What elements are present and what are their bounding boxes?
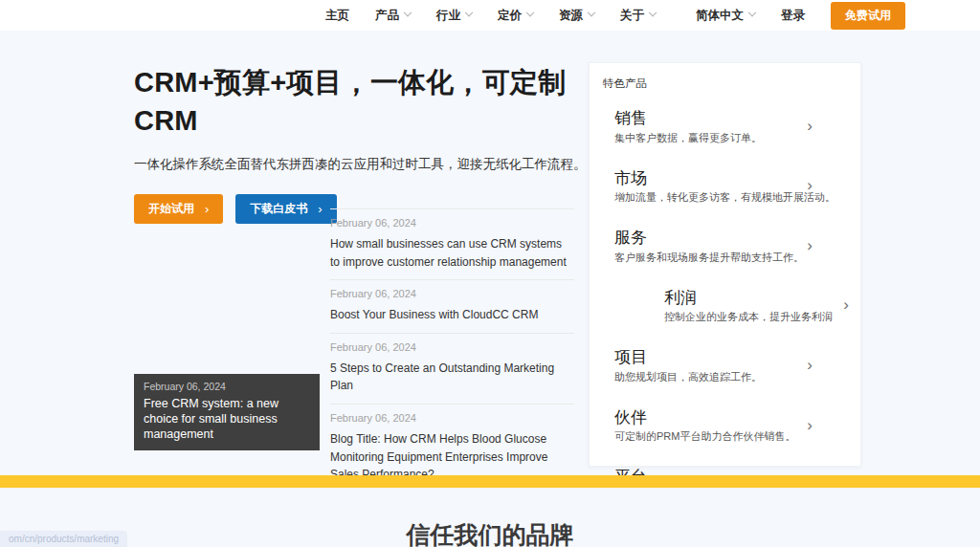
chevron-right-icon: › <box>807 237 813 253</box>
news-date: February 06, 2024 <box>330 217 574 229</box>
product-item-partner[interactable]: 伙伴 可定制的PRM平台助力合作伙伴销售。 › <box>614 403 847 450</box>
hero-section: CRM+预算+项目，一体化，可定制 CRM 一体化操作系统全面替代东拼西凑的云应… <box>0 31 980 475</box>
nav-item-pricing[interactable]: 定价 <box>498 8 533 24</box>
featured-article-date: February 06, 2024 <box>144 381 310 392</box>
chevron-down-icon <box>649 9 657 16</box>
news-item[interactable]: February 06, 2024 5 Steps to Create an O… <box>330 334 574 405</box>
status-url-tooltip: om/cn/products/marketing <box>0 531 127 547</box>
product-item-sales[interactable]: 销售 集中客户数据，赢得更多订单。 › <box>614 103 847 151</box>
product-description: 助您规划项目，高效追踪工作。 <box>614 370 786 384</box>
product-description: 客户服务和现场服务提升帮助支持工作。 <box>614 251 786 265</box>
news-item[interactable]: February 06, 2024 How small businesses c… <box>330 208 574 280</box>
chevron-right-icon: › <box>843 297 849 314</box>
product-description: 集中客户数据，赢得更多订单。 <box>614 131 786 145</box>
product-title: 利润 <box>664 289 786 308</box>
nav-item-home[interactable]: 主页 <box>325 8 349 24</box>
featured-products-label: 特色产品 <box>603 77 847 91</box>
free-trial-button[interactable]: 免费试用 <box>831 2 905 30</box>
featured-products-card: 特色产品 销售 集中客户数据，赢得更多订单。 › 市场 增加流量，转化更多访客，… <box>589 62 861 467</box>
featured-article-card[interactable]: February 06, 2024 Free CRM system: a new… <box>134 374 320 450</box>
nav-item-resources[interactable]: 资源 <box>559 8 594 24</box>
news-title: Boost Your Business with CloudCC CRM <box>330 306 574 324</box>
hero-subtitle: 一体化操作系统全面替代东拼西凑的云应用和过时工具，迎接无纸化工作流程。 <box>134 156 605 173</box>
arrow-right-icon: › <box>205 203 209 215</box>
nav-item-industries[interactable]: 行业 <box>436 8 472 24</box>
product-item-project[interactable]: 项目 助您规划项目，高效追踪工作。 › <box>614 342 847 390</box>
nav-item-label: 产品 <box>375 8 399 24</box>
chevron-down-icon <box>404 9 412 16</box>
download-whitepaper-label: 下载白皮书 <box>250 201 307 217</box>
nav-item-products[interactable]: 产品 <box>375 8 411 24</box>
nav-item-label: 定价 <box>498 8 522 24</box>
product-description: 可定制的PRM平台助力合作伙伴销售。 <box>614 429 786 444</box>
main-menu: 主页 产品 行业 定价 资源 关于 <box>325 8 656 24</box>
product-item-marketing[interactable]: 市场 增加流量，转化更多访客，有规模地开展活动。 › <box>614 164 847 211</box>
product-title: 伙伴 <box>614 408 786 427</box>
product-title: 项目 <box>614 348 786 367</box>
chevron-right-icon: › <box>807 357 813 373</box>
nav-item-label: 关于 <box>620 8 644 24</box>
download-whitepaper-button[interactable]: 下载白皮书 › <box>235 194 336 224</box>
page-title: CRM+预算+项目，一体化，可定制 CRM <box>134 63 605 140</box>
language-selector[interactable]: 简体中文 <box>696 8 755 24</box>
chevron-down-icon <box>588 9 595 16</box>
language-label: 简体中文 <box>696 8 744 24</box>
chevron-right-icon: › <box>807 417 813 433</box>
product-description: 增加流量，转化更多访客，有规模地开展活动。 <box>614 190 786 205</box>
news-date: February 06, 2024 <box>330 288 574 299</box>
nav-item-about[interactable]: 关于 <box>620 8 656 24</box>
news-date: February 06, 2024 <box>330 412 574 424</box>
news-item[interactable]: February 06, 2024 Boost Your Business wi… <box>330 280 574 334</box>
featured-article-title: Free CRM system: a new choice for small … <box>144 396 310 442</box>
accent-divider-bar <box>0 475 980 488</box>
chevron-right-icon: › <box>807 177 813 193</box>
product-title: 销售 <box>614 109 786 128</box>
arrow-right-icon: › <box>318 203 322 215</box>
product-description: 控制企业的业务成本，提升业务利润 <box>664 310 786 324</box>
brands-heading: 信任我们的品牌 <box>0 519 980 547</box>
start-trial-button[interactable]: 开始试用 › <box>134 194 223 224</box>
login-link[interactable]: 登录 <box>781 8 805 24</box>
hero-copy: CRM+预算+项目，一体化，可定制 CRM 一体化操作系统全面替代东拼西凑的云应… <box>134 63 605 224</box>
news-title: How small businesses can use CRM systems… <box>330 235 574 271</box>
chevron-down-icon <box>526 9 534 16</box>
start-trial-label: 开始试用 <box>148 201 194 217</box>
news-date: February 06, 2024 <box>330 341 574 353</box>
nav-utility: 简体中文 登录 免费试用 <box>696 2 905 30</box>
product-title: 市场 <box>614 169 786 188</box>
news-title: 5 Steps to Create an Outstanding Marketi… <box>330 360 574 395</box>
product-item-service[interactable]: 服务 客户服务和现场服务提升帮助支持工作。 › <box>614 223 847 271</box>
top-nav: 主页 产品 行业 定价 资源 关于 简体中文 登录 免费试用 <box>0 0 980 31</box>
brands-section: 信任我们的品牌 <box>0 488 980 547</box>
product-item-profit[interactable]: 利润 控制企业的业务成本，提升业务利润 › <box>664 283 847 331</box>
nav-item-label: 行业 <box>436 8 460 24</box>
chevron-right-icon: › <box>807 118 813 134</box>
product-title: 服务 <box>614 229 786 248</box>
nav-item-label: 资源 <box>559 8 583 24</box>
chevron-down-icon <box>465 9 473 16</box>
chevron-down-icon <box>748 9 756 16</box>
